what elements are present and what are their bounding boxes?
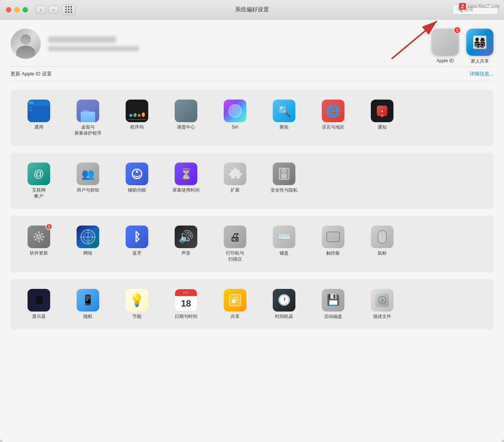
softwareupdate-icon-wrapper: 1 xyxy=(28,226,50,248)
users-label: 用户与群组 xyxy=(77,187,99,193)
pref-mouse[interactable]: 鼠标 xyxy=(358,223,407,265)
pref-startup[interactable]: 💾 启动磁盘 xyxy=(309,286,358,323)
top-right-icons: 1 Apple ID 👨‍👩‍👧‍👦 家人共享 xyxy=(432,29,493,64)
softwareupdate-badge: 1 xyxy=(46,223,52,230)
pref-profile[interactable]: 描述文件 xyxy=(358,286,407,323)
profile-section: 1 Apple ID 👨‍👩‍👧‍👦 家人共享 xyxy=(11,29,493,59)
energy-label: 节能 xyxy=(132,314,141,320)
security-icon xyxy=(273,163,295,185)
pref-siri[interactable]: Siri xyxy=(211,97,260,139)
printer-icon: 🖨 xyxy=(224,226,246,248)
pref-datetime[interactable]: JUL 18 日期与时间 xyxy=(161,286,211,323)
section-grid-3: 1 软件更新 网络 xyxy=(11,216,493,272)
display-label: 显示器 xyxy=(32,314,46,320)
dock-icon xyxy=(126,100,148,122)
profile-info xyxy=(48,36,493,51)
section-grid-4: 🖥 显示器 📱 随航 💡 节能 xyxy=(11,279,493,330)
pref-spotlight[interactable]: 🔍 聚焦 xyxy=(260,97,309,139)
pref-dock[interactable]: 程序坞 xyxy=(112,97,161,139)
spotlight-icon: 🔍 xyxy=(273,100,295,122)
traffic-lights xyxy=(6,7,28,12)
extensions-icon xyxy=(224,163,246,185)
main-window: ‹ › 系统偏好设置 🔍 搜索 Z www.MacZ.com xyxy=(0,0,504,442)
desktop-icon xyxy=(77,100,99,122)
energy-icon: 💡 xyxy=(126,289,148,312)
trackpad-icon xyxy=(322,226,344,248)
pref-display[interactable]: 🖥 显示器 xyxy=(14,286,63,323)
pref-extensions[interactable]: 扩展 xyxy=(211,160,260,202)
pref-keyboard[interactable]: ⌨️ 键盘 xyxy=(260,223,309,265)
pref-accessibility[interactable]: 辅助功能 xyxy=(112,160,161,202)
pref-printer[interactable]: 🖨 打印机与扫描仪 xyxy=(211,223,260,265)
back-button[interactable]: ‹ xyxy=(35,6,46,14)
softwareupdate-label: 软件更新 xyxy=(30,250,48,256)
pref-notification[interactable]: ● 通知 xyxy=(358,97,407,139)
apple-id-item[interactable]: 1 Apple ID xyxy=(432,29,459,63)
update-text: 更新 Apple ID 设置 xyxy=(11,71,52,77)
timemachine-label: 时间机器 xyxy=(275,314,293,320)
screentime-label: 屏幕使用时间 xyxy=(172,187,200,193)
grid-view-button[interactable] xyxy=(62,5,75,15)
pref-timemachine[interactable]: 🕐 时间机器 xyxy=(260,286,309,323)
sound-label: 声音 xyxy=(181,250,191,256)
pref-airdrop[interactable]: 📱 随航 xyxy=(63,286,112,323)
nav-buttons: ‹ › xyxy=(35,6,59,14)
pref-internet[interactable]: @ 互联网帐户 xyxy=(14,160,63,202)
accessibility-icon xyxy=(126,163,148,185)
section-general: File New Ope 通用 桌面与屏幕保护程序 xyxy=(11,90,493,146)
content-area: 1 Apple ID 👨‍👩‍👧‍👦 家人共享 更新 Apple ID 设置 详… xyxy=(0,20,504,442)
svg-rect-3 xyxy=(38,231,40,233)
pref-language[interactable]: 🌐 语言与地区 xyxy=(309,97,358,139)
pref-sound[interactable]: 🔊 声音 xyxy=(161,223,211,265)
svg-rect-4 xyxy=(38,240,40,242)
sharing-label: 共享 xyxy=(230,314,240,320)
language-icon: 🌐 xyxy=(322,100,344,122)
pref-trackpad[interactable]: 触控板 xyxy=(309,223,358,265)
bluetooth-icon: ᛒ xyxy=(126,226,148,248)
watermark: Z www.MacZ.com xyxy=(459,3,499,10)
section-grid-2: @ 互联网帐户 👥 用户与群组 xyxy=(11,153,493,209)
avatar[interactable] xyxy=(11,29,41,59)
section-system: 🖥 显示器 📱 随航 💡 节能 xyxy=(11,279,493,330)
dock-label: 程序坞 xyxy=(130,124,144,130)
pref-network[interactable]: 网络 xyxy=(63,223,112,265)
family-sharing-label: 家人共享 xyxy=(471,58,489,64)
general-label: 通用 xyxy=(34,124,43,130)
pref-softwareupdate[interactable]: 1 软件更新 xyxy=(14,223,63,265)
notification-label: 通知 xyxy=(378,124,387,130)
keyboard-label: 键盘 xyxy=(280,250,289,256)
pref-energy[interactable]: 💡 节能 xyxy=(112,286,161,323)
mission-icon xyxy=(175,100,197,122)
pref-general[interactable]: File New Ope 通用 xyxy=(14,97,63,139)
update-link[interactable]: 详细信息... xyxy=(470,71,493,77)
pref-sharing[interactable]: 共享 xyxy=(211,286,260,323)
minimize-button[interactable] xyxy=(14,7,20,12)
pref-mission[interactable]: 调度中心 xyxy=(161,97,211,139)
forward-button[interactable]: › xyxy=(48,6,59,14)
desktop-label: 桌面与屏幕保护程序 xyxy=(74,124,101,136)
users-icon: 👥 xyxy=(77,163,99,185)
screentime-icon: ⏳ xyxy=(175,163,197,185)
pref-desktop[interactable]: 桌面与屏幕保护程序 xyxy=(63,97,112,139)
timemachine-icon: 🕐 xyxy=(273,289,295,312)
language-label: 语言与地区 xyxy=(322,124,344,130)
security-label: 安全性与隐私 xyxy=(270,187,298,193)
display-icon: 🖥 xyxy=(28,289,50,312)
trackpad-label: 触控板 xyxy=(326,250,340,256)
pref-security[interactable]: 安全性与隐私 xyxy=(260,160,309,202)
maximize-button[interactable] xyxy=(23,7,28,12)
profile-icon xyxy=(371,289,393,312)
airdrop-label: 随航 xyxy=(83,314,92,320)
family-icon: 👨‍👩‍👧‍👦 xyxy=(472,35,487,49)
close-button[interactable] xyxy=(6,7,11,12)
pref-users[interactable]: 👥 用户与群组 xyxy=(63,160,112,202)
mission-label: 调度中心 xyxy=(177,124,195,130)
pref-bluetooth[interactable]: ᛒ 蓝牙 xyxy=(112,223,161,265)
sharing-icon xyxy=(224,289,246,312)
watermark-z: Z xyxy=(459,3,466,10)
family-sharing-item[interactable]: 👨‍👩‍👧‍👦 家人共享 xyxy=(466,29,493,64)
svg-point-2 xyxy=(37,235,41,239)
pref-screentime[interactable]: ⏳ 屏幕使用时间 xyxy=(161,160,211,202)
family-sharing-icon-box: 👨‍👩‍👧‍👦 xyxy=(466,29,493,56)
update-bar: 更新 Apple ID 设置 详细信息... xyxy=(11,66,493,81)
